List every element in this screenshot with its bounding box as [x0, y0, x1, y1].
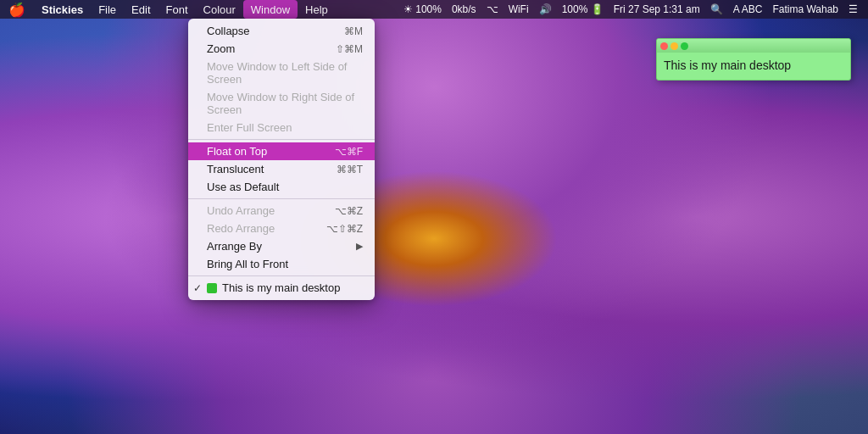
window-dropdown-menu: Collapse ⌘M Zoom ⇧⌘M Move Window to Left…	[188, 19, 375, 300]
zoom-button[interactable]	[681, 42, 688, 50]
menu-arrange-by[interactable]: Arrange By ▶	[188, 237, 375, 255]
menubar-right: ☀ 100% 0kb/s ⌥ WiFi 🔊 100% 🔋 Fri 27 Sep …	[400, 3, 868, 15]
menubar-edit[interactable]: Edit	[124, 0, 158, 19]
menubar-user: Fatima Wahab	[769, 3, 842, 15]
sticky-note[interactable]: This is my main desktop	[656, 38, 851, 81]
menu-bring-all-front[interactable]: Bring All to Front	[188, 255, 375, 273]
menubar-bluetooth: ⌥	[483, 3, 502, 15]
menubar-help[interactable]: Help	[298, 0, 336, 19]
close-button[interactable]	[660, 42, 668, 50]
separator-2	[188, 198, 375, 199]
menubar-battery: 100% 🔋	[559, 3, 607, 15]
menubar-network: 0kb/s	[448, 3, 480, 15]
menu-main-desktop[interactable]: ✓ This is my main desktop	[188, 279, 375, 297]
separator-1	[188, 139, 375, 140]
menubar-brightness: ☀ 100%	[400, 3, 445, 15]
menu-enter-fullscreen: Enter Full Screen	[188, 119, 375, 136]
menubar-spotlight[interactable]: 🔍	[707, 3, 726, 15]
menu-float-on-top[interactable]: Float on Top ⌥⌘F	[188, 142, 375, 160]
green-dot-icon	[207, 283, 217, 293]
menu-move-left: Move Window to Left Side of Screen	[188, 58, 375, 88]
menubar-colour[interactable]: Colour	[196, 0, 243, 19]
sticky-content: This is my main desktop	[657, 53, 850, 80]
menu-redo-arrange: Redo Arrange ⌥⇧⌘Z	[188, 220, 375, 237]
menu-use-as-default[interactable]: Use as Default	[188, 178, 375, 196]
apple-menu[interactable]: 🍎	[0, 0, 34, 19]
menubar-file[interactable]: File	[91, 0, 124, 19]
checkmark-icon: ✓	[193, 282, 202, 294]
menubar-abc: A ABC	[730, 3, 766, 15]
menubar-volume: 🔊	[536, 3, 555, 15]
sticky-titlebar	[657, 39, 850, 53]
menubar-datetime: Fri 27 Sep 1:31 am	[610, 3, 704, 15]
menu-collapse[interactable]: Collapse ⌘M	[188, 22, 375, 40]
menu-move-right: Move Window to Right Side of Screen	[188, 88, 375, 119]
menubar-left: 🍎 Stickies File Edit Font Colour Window …	[0, 0, 336, 19]
menubar-wifi: WiFi	[505, 3, 532, 15]
minimize-button[interactable]	[670, 42, 678, 50]
menu-zoom[interactable]: Zoom ⇧⌘M	[188, 40, 375, 58]
menu-undo-arrange: Undo Arrange ⌥⌘Z	[188, 202, 375, 220]
separator-3	[188, 275, 375, 276]
menubar-window[interactable]: Window	[243, 0, 298, 19]
menu-translucent[interactable]: Translucent ⌘⌘T	[188, 160, 375, 178]
menubar: 🍎 Stickies File Edit Font Colour Window …	[0, 0, 868, 19]
menubar-app-name[interactable]: Stickies	[34, 0, 91, 19]
menubar-font[interactable]: Font	[159, 0, 196, 19]
menubar-notification[interactable]: ☰	[845, 3, 861, 15]
